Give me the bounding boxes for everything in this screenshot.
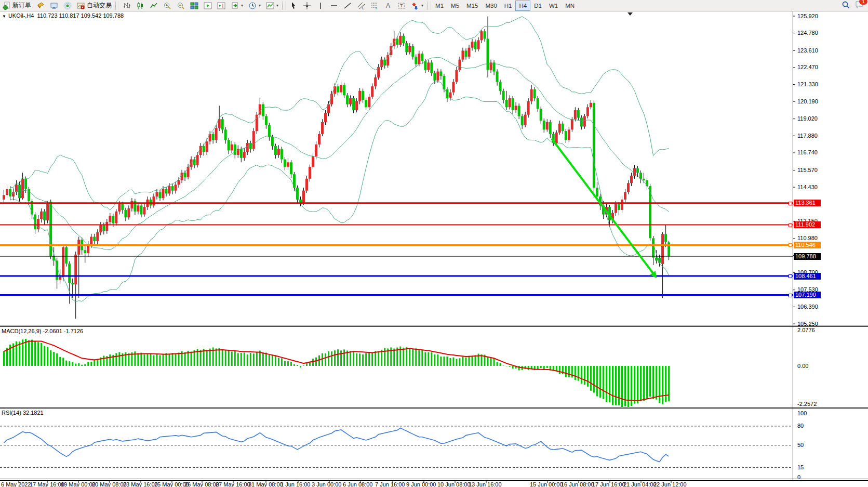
- axis-label: 116.740: [797, 149, 818, 155]
- axis-label: 110.980: [797, 235, 818, 241]
- time-axis-label: 21 Jun 04:00: [623, 481, 657, 487]
- axis-label: 105.250: [797, 321, 818, 327]
- mt4-window: 新订单自动交易▾▾▾EFAT▾M1M5M15M30H1H4D1W1MN1 ▼UK…: [0, 0, 868, 487]
- axis-label: 100: [797, 410, 807, 416]
- axis-label: 0: [797, 474, 800, 480]
- time-axis-label: 26 May 08:00: [184, 481, 219, 487]
- axis-label: 114.430: [797, 184, 818, 190]
- axis-label: 50: [797, 442, 804, 448]
- axis-label: 115.570: [797, 167, 818, 173]
- level-end-marker[interactable]: [789, 223, 792, 227]
- time-axis-label: 9 Jun 00:00: [406, 481, 436, 487]
- time-axis-label: 6 Jun 08:00: [343, 481, 373, 487]
- axis-label: 80: [797, 423, 804, 429]
- axis-label: 119.020: [797, 115, 818, 122]
- level-end-marker[interactable]: [789, 202, 792, 205]
- time-axis-label: 1 Jun 16:00: [281, 481, 311, 487]
- axis-label: 123.610: [797, 47, 818, 54]
- level-end-marker[interactable]: [789, 274, 792, 278]
- candles-layer: [3, 17, 670, 319]
- level-end-marker[interactable]: [789, 243, 792, 247]
- time-axis-label: 20 May 08:00: [92, 481, 127, 487]
- time-axis-label: 17 Jun 16:00: [592, 481, 625, 487]
- axis-label: 2.0776: [797, 327, 815, 333]
- axis-label: 117.880: [797, 133, 818, 139]
- time-axis-label: 31 May 08:00: [248, 481, 283, 487]
- level-end-marker[interactable]: [789, 294, 792, 297]
- time-axis-label: 22 Jun 12:00: [653, 481, 687, 487]
- time-axis-label: 23 May 16:00: [123, 481, 158, 487]
- price-badge-109.788: 109.788: [794, 253, 821, 260]
- price-badge-113.361: 113.361: [794, 200, 821, 206]
- time-axis-label: 25 May 00:00: [154, 481, 189, 487]
- axis-label: -2.2572: [797, 401, 817, 407]
- price-badge-110.546: 110.546: [794, 242, 821, 248]
- time-axis-label: 15 Jun 00:00: [530, 481, 563, 487]
- price-chart-canvas[interactable]: [0, 0, 868, 487]
- time-axis-label: 17 May 16:00: [30, 481, 64, 487]
- price-badge-107.190: 107.190: [794, 292, 821, 298]
- chart-shift-marker-icon[interactable]: [627, 12, 633, 16]
- time-axis-label: 7 Jun 16:00: [375, 481, 405, 487]
- price-badge-111.902: 111.902: [794, 221, 821, 228]
- bollinger-bands: [10, 17, 669, 301]
- axis-label: 106.390: [797, 304, 818, 310]
- axis-label: 0.00: [797, 363, 808, 369]
- macd-histogram: [4, 339, 669, 407]
- axis-label: 124.780: [797, 30, 818, 36]
- time-axis-label: 13 Jun 16:00: [469, 481, 502, 487]
- axis-label: 120.190: [797, 98, 818, 104]
- time-axis-label: 3 Jun 00:00: [312, 481, 342, 487]
- axis-label: 121.330: [797, 81, 818, 87]
- time-axis-label: 27 May 16:00: [216, 481, 250, 487]
- price-badge-108.461: 108.461: [794, 273, 821, 280]
- axis-label: 122.470: [797, 64, 818, 70]
- axis-label: 15: [797, 464, 804, 470]
- axis-label: 125.920: [797, 13, 818, 19]
- time-axis-label: 16 Jun 08:00: [561, 481, 594, 487]
- rsi-line: [4, 428, 669, 462]
- time-axis-label: 6 May 2022: [1, 481, 31, 487]
- trend-line[interactable]: [552, 139, 656, 277]
- time-axis-label: 10 Jun 08:00: [437, 481, 471, 487]
- time-axis-label: 19 May 00:00: [61, 481, 96, 487]
